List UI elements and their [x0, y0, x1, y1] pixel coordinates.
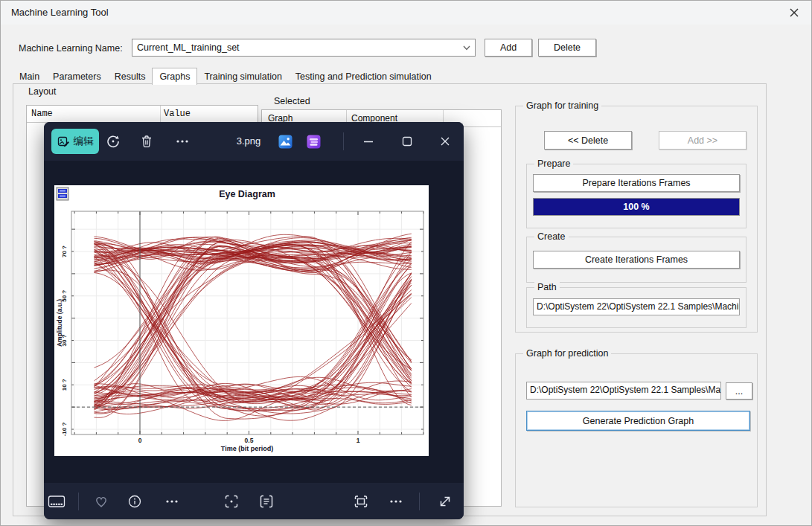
add-graph-button[interactable]: Add >>	[659, 131, 747, 150]
prepare-group: Prepare Prepare Iterations Frames 100 %	[526, 164, 747, 228]
rotate-button[interactable]	[102, 130, 124, 153]
graph-for-training-group: Graph for training << Delete Add >> Prep…	[515, 106, 758, 333]
fit-screen-button[interactable]	[350, 490, 372, 513]
generate-prediction-graph-button[interactable]: Generate Prediction Graph	[526, 411, 750, 431]
open-with-clipchamp-button[interactable]	[302, 130, 325, 153]
info-icon	[127, 494, 142, 509]
create-group: Create Create Iterations Frames	[526, 237, 747, 283]
svg-text:-10 ?: -10 ?	[61, 423, 68, 437]
info-button[interactable]	[124, 490, 146, 513]
svg-text:1: 1	[357, 437, 360, 444]
svg-text:0: 0	[138, 437, 142, 444]
chart-title: Eye Diagram	[219, 189, 275, 199]
edit-button[interactable]: 编辑	[51, 129, 99, 154]
photo-viewer-top-toolbar: 编辑	[44, 122, 464, 161]
more-options-button[interactable]	[171, 130, 194, 153]
fullscreen-button[interactable]	[434, 490, 456, 513]
fit-screen-icon	[353, 493, 369, 510]
layout-label: Layout	[28, 86, 57, 97]
delete-graph-button[interactable]: << Delete	[544, 131, 632, 150]
tab-testing-and-prediction-simulation[interactable]: Testing and Prediction simulation	[289, 69, 438, 85]
ml-name-value: Current_ML_training_set	[137, 39, 240, 56]
ml-name-label: Machine Learning Name:	[19, 43, 123, 54]
more-icon	[175, 134, 190, 149]
delete-photo-button[interactable]	[135, 130, 158, 153]
rotate-icon	[105, 133, 121, 150]
prepare-progress-bar: 100 %	[533, 198, 740, 216]
path-title: Path	[534, 282, 560, 292]
graph-for-prediction-group: Graph for prediction D:\OptiSystem 22\Op…	[515, 353, 758, 507]
text-extract-icon	[258, 493, 275, 510]
tab-results[interactable]: Results	[108, 69, 153, 85]
delete-ml-button[interactable]: Delete	[538, 39, 596, 57]
create-iterations-frames-button[interactable]: Create Iterations Frames	[533, 251, 740, 269]
tab-main[interactable]: Main	[13, 69, 46, 85]
photos-app-icon	[278, 135, 292, 149]
maximize-icon	[402, 136, 412, 147]
chart-xlabel: Time (bit period)	[221, 445, 273, 452]
close-icon	[440, 136, 450, 147]
add-ml-button[interactable]: Add	[485, 39, 532, 57]
graph-window-icon	[57, 187, 68, 200]
graph-for-prediction-title: Graph for prediction	[523, 348, 611, 359]
svg-text:10 ?: 10 ?	[61, 379, 68, 391]
more-icon	[389, 494, 403, 509]
browse-path-button[interactable]: ...	[726, 382, 752, 400]
tab-bar: MainParametersResultsGraphsTraining simu…	[13, 68, 438, 84]
create-title: Create	[534, 231, 569, 242]
viewer-close-button[interactable]	[432, 130, 458, 153]
svg-text:70 ?: 70 ?	[61, 246, 68, 257]
tab-parameters[interactable]: Parameters	[46, 69, 108, 85]
tab-training-simulation[interactable]: Training simulation	[197, 69, 288, 85]
open-with-photos-button[interactable]	[274, 130, 296, 153]
edit-icon	[57, 135, 70, 148]
chart-ylabel: Amplitude (a.u.)	[56, 299, 63, 347]
viewer-maximize-button[interactable]	[394, 130, 420, 153]
filmstrip-toggle-button[interactable]	[45, 490, 68, 513]
more-icon	[164, 494, 179, 509]
machine-learning-tool-dialog: Machine Learning Tool Machine Learning N…	[0, 0, 812, 526]
window-close-button[interactable]	[787, 6, 801, 19]
more-options-button[interactable]	[385, 490, 407, 513]
more-options-button[interactable]	[161, 490, 183, 513]
training-path-field[interactable]: D:\OptiSystem 22\OptiSystem 22.1 Samples…	[533, 298, 740, 315]
visual-search-icon	[223, 493, 240, 510]
prepare-progress-text: 100 %	[534, 199, 739, 215]
fullscreen-icon	[437, 493, 453, 510]
visual-search-button[interactable]	[220, 490, 243, 513]
selected-label: Selected	[274, 96, 310, 106]
minimize-icon	[363, 136, 374, 147]
layout-table-header: Name Value	[27, 106, 258, 123]
photo-viewer-bottom-toolbar	[44, 483, 464, 519]
edit-button-label: 编辑	[74, 135, 94, 148]
close-icon	[787, 6, 801, 19]
prepare-title: Prepare	[534, 158, 573, 169]
prepare-iterations-frames-button[interactable]: Prepare Iterations Frames	[533, 174, 740, 192]
window-title: Machine Learning Tool	[11, 1, 109, 25]
tab-graphs[interactable]: Graphs	[152, 68, 197, 85]
prediction-path-field[interactable]: D:\OptiSystem 22\OptiSystem 22.1 Samples…	[526, 382, 721, 400]
photo-viewer-window: 编辑	[44, 122, 464, 519]
layout-col-name: Name	[31, 106, 53, 122]
chevron-down-icon	[463, 45, 470, 51]
viewer-minimize-button[interactable]	[356, 130, 381, 153]
layout-col-value: Value	[164, 106, 191, 122]
favorite-button[interactable]	[90, 490, 112, 513]
text-extract-button[interactable]	[255, 490, 278, 513]
filmstrip-icon	[48, 494, 65, 509]
dialog-titlebar: Machine Learning Tool	[1, 1, 811, 25]
path-group: Path D:\OptiSystem 22\OptiSystem 22.1 Sa…	[526, 287, 747, 328]
svg-text:0.5: 0.5	[245, 437, 254, 444]
trash-icon	[139, 134, 154, 149]
ml-name-combobox[interactable]: Current_ML_training_set	[132, 39, 476, 57]
photo-filename: 3.png	[223, 122, 275, 161]
graph-for-training-title: Graph for training	[523, 100, 601, 111]
favorite-heart-icon	[93, 493, 109, 510]
eye-diagram-image: Eye Diagram 00.5170 ?50 ?30 ?10 ?-10 ? T…	[54, 185, 429, 456]
clipchamp-icon	[307, 135, 321, 149]
